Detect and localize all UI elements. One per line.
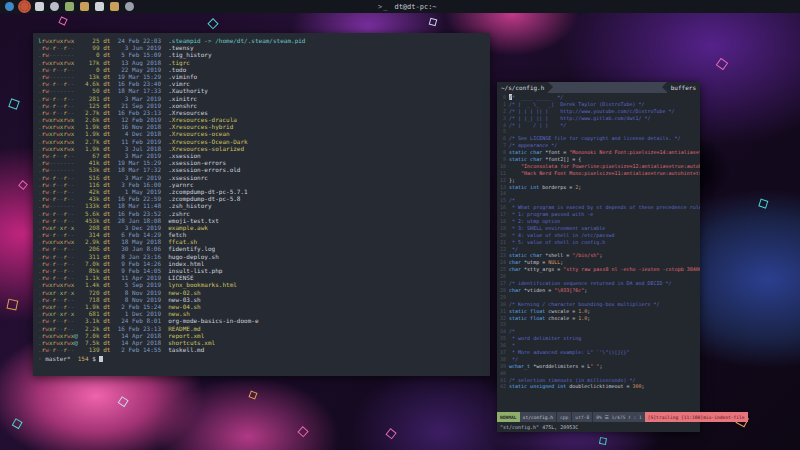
file-row: .rwxrwxrwx 2.6k dt 12 Feb 2019 .Xresourc… (38, 116, 490, 123)
code-line: 32 static float chscale = 1.0; (497, 315, 700, 322)
file-row: .rw------- 41k dt 19 Mar 15:29 .xsession… (38, 159, 490, 166)
tab-config-h[interactable]: ~/s/config.h (497, 82, 548, 93)
file-row: .rw-r--r-- 67 dt 3 Mar 2019 .xsession (38, 152, 490, 159)
image-viewer-icon[interactable] (65, 2, 74, 11)
window-icon[interactable] (95, 2, 104, 11)
lint-warning-badge: [5]trailing [11:100]mix-indent-file (645, 412, 748, 422)
file-row: .rw-r--r-- 516 dt 3 Mar 2019 .xsessionrc (38, 174, 490, 181)
code-line: 35 * word delimiter string (497, 335, 700, 342)
file-row: .rwxr-xr-x 720 dt 8 Nov 2019 new-02.sh (38, 289, 490, 296)
tabline-spacer (553, 82, 661, 93)
file-row: .rw-r--r-- 85k dt 9 Feb 14:05 insult-lis… (38, 267, 490, 274)
code-line: 11 "Hack Nerd Font Mono:pixelsize=11:ant… (497, 170, 700, 177)
editor-tabline: ~/s/config.h buffers (497, 82, 700, 93)
code-line: 37 * More advanced example: L" `'\"()[]{… (497, 349, 700, 356)
code-line: 17 * 1: program passed with -e (497, 211, 700, 218)
settings-gear-icon[interactable] (125, 2, 134, 11)
file-row: .rwxr-xr-x 208 dt 3 Dec 2019 example.awk (38, 224, 490, 231)
shell-prompt[interactable]: · master* 154 $ (38, 355, 490, 363)
code-line: 12 }; (497, 177, 700, 184)
mode-indicator: NORMAL (497, 412, 520, 422)
code-line: 23 static char *shell = "/bin/sh"; (497, 252, 700, 259)
file-row: .rw------- 13k dt 19 Mar 15:29 .viminfo (38, 73, 490, 80)
code-line: 25 char *stty_args = "stty raw pass8 nl … (497, 266, 700, 273)
file-row: .rw------- 50 dt 18 Mar 17:33 .Xauthorit… (38, 87, 490, 94)
file-row: .rwxrwxrwx 1.9k dt 16 Nov 2018 .Xresourc… (38, 123, 490, 130)
code-line: 28 char *vtiden = "\033[?6c"; (497, 287, 700, 294)
file-row: .rw-r--r-- 2.7k dt 16 Feb 23:13 .Xresour… (38, 109, 490, 116)
file-row: .rw-r--r-- 718 dt 8 Nov 2019 new-03.sh (38, 296, 490, 303)
code-line: 10 "Inconsolata for Powerline:pixelsize=… (497, 163, 700, 170)
file-row: .rwxrwxrwx 2.9k dt 18 May 2018 ffcat.sh (38, 238, 490, 245)
code-line: 21 * 5: value of shell in config.h (497, 239, 700, 246)
file-row: .rw-r--r-- 116 dt 3 Feb 16:00 .yarnrc (38, 181, 490, 188)
code-line: 14 (497, 190, 700, 197)
code-line: 30 /* Kerning / character bounding-box m… (497, 301, 700, 308)
editor-window[interactable]: ~/s/config.h buffers 0 /* ____ _____ */ … (497, 82, 700, 432)
file-row: .rwxrwxrwx 1.9k dt 4 Dec 2018 .Xresource… (38, 130, 490, 137)
code-line: 31 static float cwscale = 1.0; (497, 308, 700, 315)
file-row: .rw-r--r-- 311 dt 8 Jan 23:16 hugo-deplo… (38, 253, 490, 260)
code-line: 3 /* | |_| || | http://www.gitlab.com/dw… (497, 115, 700, 122)
file-row: .rw-r--r-- 314 dt 6 Feb 14:29 fetch (38, 231, 490, 238)
cursor-position-indicator: 0% ☰ 1/475 ℓ : 1 (592, 412, 645, 422)
statusline: NORMAL st/config.h cpp utf-8 0% ☰ 1/475 … (497, 412, 700, 422)
code-line: 8 static char *font = "Mononoki Nerd Fon… (497, 149, 700, 156)
file-row: .rwxr-xr-x 681 dt 1 Dec 2019 new.sh (38, 310, 490, 317)
file-row: .rwxrwxrwx 17k dt 13 Aug 2018 .tigrc (38, 59, 490, 66)
file-row: .rw-r--r-- 42k dt 1 May 2019 .zcompdump-… (38, 188, 490, 195)
file-row: .rw-r--r-- 1.1k dt 11 Apr 2019 LICENSE (38, 274, 490, 281)
code-line: 24 char *utmp = NULL; (497, 259, 700, 266)
terminal-window[interactable]: lrwxrwxrwx 25 dt 24 Feb 22:03 .steampid … (33, 33, 490, 376)
file-row: .rwxrwxrwx 1.4k dt 5 Sep 2019 lynx_bookm… (38, 281, 490, 288)
code-line: 40 (497, 370, 700, 377)
terminal-prompt-icon: >_ (378, 3, 388, 11)
code-line: 33 (497, 321, 700, 328)
code-line: 20 * 4: value of shell in /etc/passwd (497, 232, 700, 239)
folder-icon[interactable] (80, 2, 89, 11)
browser-globe-icon[interactable] (5, 2, 14, 11)
files-icon[interactable] (110, 2, 119, 11)
code-line: 26 (497, 273, 700, 280)
file-row: .rwxrwxrwx 2.7k dt 11 Feb 2019 .Xresourc… (38, 138, 490, 145)
code-line: 18 * 2: utmp option (497, 218, 700, 225)
code-line: 15 /* (497, 197, 700, 204)
code-line: 36 * (497, 342, 700, 349)
code-line: 22 */ (497, 246, 700, 253)
file-listing: lrwxrwxrwx 25 dt 24 Feb 22:03 .steampid … (38, 37, 490, 353)
editor-pencil-icon[interactable] (35, 2, 44, 11)
file-row: .rw------- 53k dt 18 Mar 17:32 .xsession… (38, 166, 490, 173)
code-line: 19 * 3: SHELL environment variable (497, 225, 700, 232)
file-row: .rw-r--r-- 43k dt 16 Feb 22:59 .zcompdum… (38, 195, 490, 202)
file-row: .rw-r--r-- 4.6k dt 16 Feb 23:40 .vimrc (38, 80, 490, 87)
file-row: .rw-r--r-- 139 dt 2 Feb 14:55 taskell.md (38, 346, 490, 353)
file-row: .rwxrwxrwx@ 7.5k dt 14 Apr 2018 shortcut… (38, 339, 490, 346)
code-line: 1 /* | _ \_ _| Derek Taylor (DistroTube)… (497, 101, 700, 108)
code-line: 38 */ (497, 356, 700, 363)
code-line: 29 (497, 294, 700, 301)
file-row: .rw-r--r-- 99 dt 3 Jun 2019 .teensy (38, 44, 490, 51)
file-row: lrwxrwxrwx 25 dt 24 Feb 22:03 .steampid … (38, 37, 490, 44)
tab-label: ~/s/config.h (501, 84, 544, 91)
code-line: 42 static unsigned int doubleclicktimeou… (497, 383, 700, 390)
buffers-tag[interactable]: buffers (662, 82, 700, 93)
file-row: .rw-r--r-- 5.6k dt 16 Feb 23:52 .zshrc (38, 210, 490, 217)
app-orange-icon[interactable] (20, 2, 29, 11)
buffers-label: buffers (667, 82, 700, 93)
file-row: .rw-r--r-- 0 dt 22 May 2019 .todo (38, 66, 490, 73)
file-row: .rwxr--r-- 1.9k dt 2 Feb 15:24 new-04.sh (38, 303, 490, 310)
user-icon[interactable] (50, 2, 59, 11)
file-row: .rw------- 133k dt 18 Mar 11:48 .zsh_his… (38, 202, 490, 209)
file-row: .rw-r--r-- 206 dt 30 Jan 8:06 fidentify.… (38, 245, 490, 252)
code-line: 9 static char *font2[] = { (497, 156, 700, 163)
code-line: 34 /* (497, 328, 700, 335)
code-line: 5 (497, 128, 700, 135)
code-area[interactable]: 0 /* ____ _____ */ 1 /* | _ \_ _| Derek … (497, 93, 700, 412)
top-panel: >_ dt@dt-pc:~ (0, 0, 800, 13)
code-line: 16 * What program is execed by st depend… (497, 204, 700, 211)
code-line: 7 /* appearance */ (497, 142, 700, 149)
code-line: 6 /* See LICENSE file for copyright and … (497, 135, 700, 142)
code-line: 4 /* |____/ |_| */ (497, 122, 700, 129)
file-row: .rwxrwxrwx@ 7.0k dt 14 Apr 2018 report.x… (38, 332, 490, 339)
terminal-cursor (99, 356, 103, 362)
